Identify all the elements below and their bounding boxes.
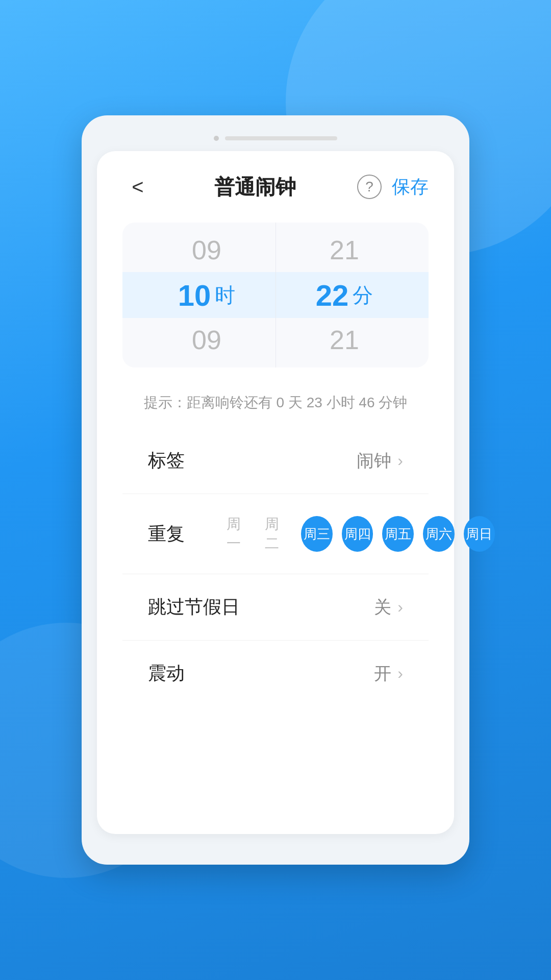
- vibration-value-group: 开 ›: [374, 662, 403, 685]
- picker-top-row: 09 21: [138, 228, 413, 273]
- holiday-value-group: 关 ›: [374, 596, 403, 619]
- status-dot: [214, 136, 219, 141]
- save-button[interactable]: 保存: [392, 175, 429, 200]
- hour-above[interactable]: 09: [138, 228, 276, 273]
- vibration-arrow: ›: [397, 664, 403, 683]
- hour-below[interactable]: 09: [138, 317, 276, 362]
- tag-value-group: 闹钟 ›: [357, 449, 403, 473]
- hour-label: 时: [215, 281, 235, 309]
- tag-value: 闹钟: [357, 449, 391, 473]
- holiday-label: 跳过节假日: [148, 595, 240, 620]
- minute-selected-col: 22 分: [276, 273, 413, 317]
- page-title: 普通闹钟: [214, 173, 296, 201]
- hour-bottom-col: 09: [138, 317, 276, 362]
- status-bar: [82, 131, 469, 151]
- minute-bottom-col: 21: [276, 317, 413, 362]
- minute-label: 分: [353, 281, 373, 309]
- hour-selected-col: 10 时: [138, 273, 276, 317]
- day-thu[interactable]: 周四: [342, 516, 373, 552]
- hour-selected-group: 10 时: [178, 273, 236, 317]
- vibration-row[interactable]: 震动 开 ›: [122, 641, 429, 706]
- day-fri[interactable]: 周五: [382, 516, 414, 552]
- settings-section: 标签 闹钟 › 重复 周一 周二 周三 周四 周五 周六 周日: [122, 428, 429, 706]
- picker-selected-row: 10 时 22 分: [138, 273, 413, 317]
- minute-above[interactable]: 21: [276, 228, 413, 273]
- phone-card: < 普通闹钟 ? 保存 09 21 10: [82, 115, 469, 865]
- hint-text: 提示：距离响铃还有 0 天 23 小时 46 分钟: [122, 383, 429, 428]
- time-picker: 09 21 10 时 22 分: [122, 223, 429, 368]
- minute-selected[interactable]: 22: [316, 273, 349, 317]
- bottom-space: [122, 706, 429, 808]
- holiday-arrow: ›: [397, 598, 403, 617]
- days-container: 周一 周二 周三 周四 周五 周六 周日: [224, 514, 495, 553]
- help-button[interactable]: ?: [357, 175, 382, 199]
- back-button[interactable]: <: [122, 172, 153, 202]
- header-right: ? 保存: [357, 175, 429, 200]
- main-card: < 普通闹钟 ? 保存 09 21 10: [97, 151, 454, 834]
- status-line: [225, 136, 337, 140]
- day-sun[interactable]: 周日: [464, 516, 495, 552]
- hour-selected[interactable]: 10: [178, 273, 211, 317]
- vibration-label: 震动: [148, 661, 185, 686]
- minute-col: 21: [276, 228, 413, 273]
- day-tue[interactable]: 周二: [263, 514, 292, 553]
- minute-below[interactable]: 21: [276, 317, 413, 362]
- holiday-value: 关: [374, 596, 391, 619]
- holiday-row[interactable]: 跳过节假日 关 ›: [122, 574, 429, 641]
- day-wed[interactable]: 周三: [301, 516, 333, 552]
- header: < 普通闹钟 ? 保存: [122, 172, 429, 202]
- tag-row[interactable]: 标签 闹钟 ›: [122, 428, 429, 494]
- repeat-row: 重复 周一 周二 周三 周四 周五 周六 周日: [122, 494, 429, 574]
- picker-bottom-row: 09 21: [138, 317, 413, 362]
- tag-arrow: ›: [397, 451, 403, 470]
- day-sat[interactable]: 周六: [423, 516, 455, 552]
- minute-selected-group: 22 分: [316, 273, 373, 317]
- repeat-label: 重复: [148, 522, 209, 547]
- tag-label: 标签: [148, 448, 185, 473]
- day-mon[interactable]: 周一: [224, 514, 254, 553]
- vibration-value: 开: [374, 662, 391, 685]
- hour-col: 09: [138, 228, 276, 273]
